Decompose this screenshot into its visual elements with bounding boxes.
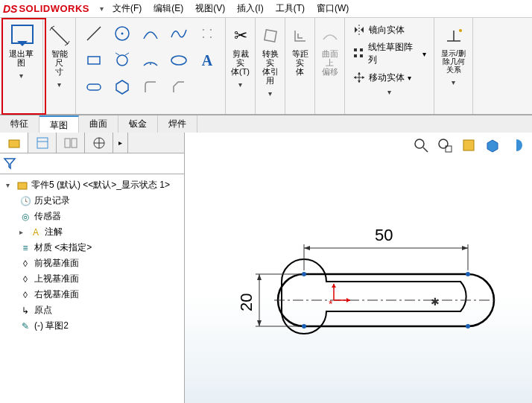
tab-sketch[interactable]: 草图	[39, 115, 79, 133]
svg-point-5	[210, 29, 212, 31]
svg-point-19	[459, 29, 462, 32]
logo-text: SOLIDWORKS	[19, 3, 89, 14]
svg-point-3	[121, 33, 124, 35]
spline-tool[interactable]	[165, 21, 192, 46]
tangent-arc-tool[interactable]	[137, 48, 164, 73]
tab-sheetmetal[interactable]: 钣金	[118, 115, 158, 133]
transform-dropdown[interactable]: ▾	[349, 86, 429, 97]
exit-sketch-dropdown[interactable]: ▾	[4, 70, 38, 80]
tree-top-plane[interactable]: ◊ 上视基准面	[1, 271, 183, 287]
surface-offset-button: 曲面上 偏移	[317, 21, 343, 79]
view-orientation-button[interactable]	[459, 136, 478, 155]
trim-dropdown[interactable]: ▾	[230, 79, 250, 89]
panel-tab-more[interactable]: ▸	[113, 133, 128, 153]
tab-surface[interactable]: 曲面	[79, 115, 118, 133]
perpendicular-icon	[442, 24, 466, 48]
svg-point-10	[150, 63, 151, 65]
menu-window[interactable]: 窗口(W)	[311, 1, 355, 16]
chamfer-tool[interactable]	[165, 74, 192, 100]
plane-icon: ◊	[19, 258, 31, 270]
app-logo: DS SOLIDWORKS	[3, 3, 89, 15]
zoom-area-button[interactable]	[435, 136, 455, 155]
dim-height[interactable]: 20	[237, 293, 256, 311]
offset-button[interactable]: 等距实 体	[287, 21, 314, 79]
exit-sketch-button[interactable]: 退出草 图	[7, 21, 35, 70]
svg-rect-15	[354, 48, 357, 51]
display-delete-button[interactable]: 显示/删 除几何 关系	[440, 21, 467, 77]
svg-point-41	[302, 272, 306, 276]
tree-sensors[interactable]: ◎ 传感器	[1, 209, 183, 224]
right-plane-label: 右视基准面	[34, 288, 79, 301]
convert-button[interactable]: 转换实 体引用	[257, 21, 284, 88]
perimeter-circle-tool[interactable]	[109, 48, 136, 73]
menu-view[interactable]: 视图(V)	[189, 1, 231, 16]
tab-features[interactable]: 特征	[0, 115, 39, 133]
display-delete-dropdown[interactable]: ▾	[439, 77, 468, 87]
smart-dim-dropdown[interactable]: ▾	[48, 79, 71, 89]
filter-row	[0, 153, 184, 174]
ellipse-tool[interactable]	[165, 48, 192, 73]
svg-point-9	[117, 55, 127, 66]
svg-point-6	[203, 37, 204, 38]
plane-icon: ◊	[19, 289, 31, 301]
trim-label: 剪裁实 体(T)	[229, 49, 253, 76]
svg-point-29	[415, 139, 424, 148]
linear-pattern-label: 线性草图阵列	[368, 41, 419, 66]
surface-offset-icon	[318, 24, 342, 48]
tree-origin[interactable]: ↳ 原点	[1, 302, 183, 318]
menu-dropdown-icon[interactable]: ▾	[97, 4, 107, 13]
svg-rect-12	[87, 84, 101, 90]
arc-tool[interactable]	[137, 21, 164, 46]
text-tool[interactable]: A	[194, 48, 221, 73]
point-tool[interactable]	[194, 21, 221, 46]
display-delete-group: 显示/删 除几何 关系 ▾	[434, 18, 473, 114]
circle-tool[interactable]	[109, 21, 136, 46]
svg-point-11	[171, 56, 186, 65]
tree-annotations[interactable]: ▸ A 注解	[1, 224, 183, 240]
menu-file[interactable]: 文件(F)	[107, 1, 148, 16]
annotations-label: 注解	[45, 226, 63, 238]
menu-insert[interactable]: 插入(I)	[231, 1, 269, 16]
move-button[interactable]: 移动实体 ▾	[349, 69, 414, 86]
dimxpert-tab[interactable]	[85, 133, 113, 153]
menu-edit[interactable]: 编辑(E)	[148, 1, 189, 16]
slot-tool[interactable]	[80, 74, 107, 100]
property-manager-tab[interactable]	[28, 133, 57, 153]
dim-width[interactable]: 50	[375, 226, 393, 244]
graphics-viewport[interactable]: * ✱ 50 20	[185, 133, 532, 403]
convert-group: 转换实 体引用 ▾	[256, 18, 285, 114]
svg-rect-33	[463, 140, 474, 150]
trim-button[interactable]: ✂ 剪裁实 体(T)	[227, 21, 254, 79]
tab-weldment[interactable]: 焊件	[158, 115, 197, 133]
tree-right-plane[interactable]: ◊ 右视基准面	[1, 287, 183, 302]
menu-tools[interactable]: 工具(T)	[270, 1, 311, 16]
tree-history[interactable]: 🕓 历史记录	[1, 193, 183, 209]
tree-sketch2[interactable]: ✎ (-) 草图2	[1, 318, 183, 334]
display-style-button[interactable]	[483, 136, 502, 155]
fillet-tool[interactable]	[137, 74, 164, 100]
svg-text:*: *	[329, 298, 333, 310]
collapse-icon[interactable]: ▾	[6, 181, 13, 189]
feature-manager-tab[interactable]	[0, 133, 28, 153]
smart-dim-label: 智能尺 寸	[48, 49, 72, 76]
tree-front-plane[interactable]: ◊ 前视基准面	[1, 256, 183, 271]
smart-dim-group: 智能尺 寸 ▾	[43, 18, 76, 114]
polygon-tool[interactable]	[109, 74, 136, 100]
config-manager-tab[interactable]	[57, 133, 85, 153]
tree-material[interactable]: ≡ 材质 <未指定>	[1, 240, 183, 256]
smart-dim-button[interactable]: 智能尺 寸	[46, 21, 73, 79]
trim-group: ✂ 剪裁实 体(T) ▾	[226, 18, 256, 114]
line-tool[interactable]	[80, 21, 107, 46]
linear-pattern-button[interactable]: 线性草图阵列 ▾	[349, 39, 429, 69]
convert-dropdown[interactable]: ▾	[260, 88, 280, 98]
part-icon	[16, 180, 28, 191]
tree-part-root[interactable]: ▾ 零件5 (默认) <<默认>_显示状态 1>	[1, 177, 183, 193]
svg-point-43	[302, 324, 306, 329]
section-view-button[interactable]	[507, 136, 526, 155]
exit-sketch-group: 退出草 图 ▾	[0, 18, 43, 114]
zoom-fit-button[interactable]	[411, 136, 431, 155]
filter-icon[interactable]	[3, 156, 16, 170]
rect-tool[interactable]	[80, 48, 107, 73]
expand-icon[interactable]: ▸	[19, 228, 27, 236]
mirror-button[interactable]: 镜向实体	[349, 21, 408, 39]
